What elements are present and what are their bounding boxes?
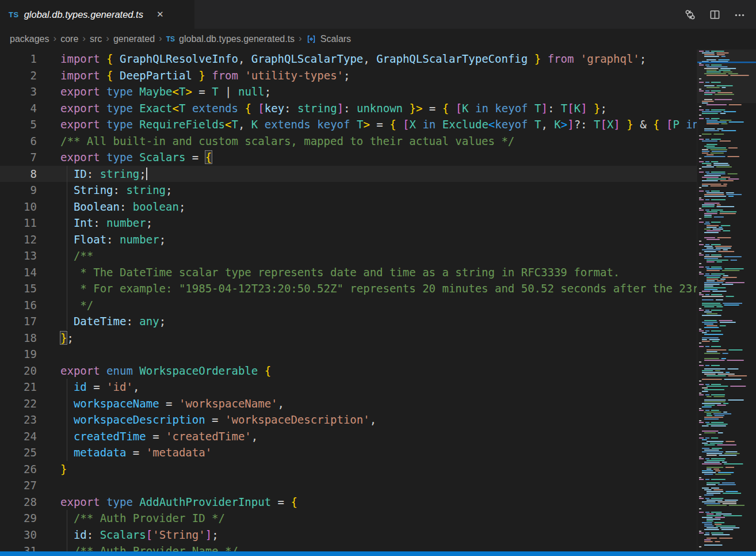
breadcrumb-item-packages[interactable]: packages bbox=[10, 34, 49, 44]
code-line[interactable]: 7export type Scalars = { bbox=[0, 149, 697, 166]
line-number[interactable]: 27 bbox=[0, 477, 37, 494]
line-number[interactable]: 30 bbox=[0, 527, 37, 543]
status-bar-edge bbox=[0, 551, 756, 556]
code-line[interactable]: 30 id: Scalars['String']; bbox=[0, 527, 697, 543]
line-number[interactable]: 13 bbox=[0, 247, 37, 264]
line-number[interactable]: 3 bbox=[0, 83, 37, 100]
code-line[interactable]: 15 * For example: "1985-04-12T23:20:50.5… bbox=[0, 280, 697, 297]
line-number[interactable]: 29 bbox=[0, 510, 37, 527]
chevron-right-icon: › bbox=[54, 33, 57, 44]
code-line[interactable]: 19 bbox=[0, 346, 697, 363]
close-icon[interactable]: ✕ bbox=[154, 8, 166, 21]
code-text: } bbox=[37, 461, 697, 478]
code-line[interactable]: 11 Int: number; bbox=[0, 215, 697, 231]
line-number[interactable]: 6 bbox=[0, 133, 37, 150]
line-number[interactable]: 23 bbox=[0, 412, 37, 428]
code-line[interactable]: 17 DateTime: any; bbox=[0, 313, 697, 330]
code-line[interactable]: 28export type AddAuthProviderInput = { bbox=[0, 494, 697, 511]
code-line[interactable]: 9 String: string; bbox=[0, 182, 697, 199]
line-number[interactable]: 8 bbox=[0, 166, 37, 182]
line-number[interactable]: 15 bbox=[0, 280, 37, 297]
breadcrumb-item-src[interactable]: src bbox=[90, 34, 102, 44]
code-line[interactable]: 4export type Exact<T extends { [key: str… bbox=[0, 100, 697, 117]
line-number[interactable]: 14 bbox=[0, 264, 37, 281]
line-number[interactable]: 19 bbox=[0, 346, 37, 363]
line-number[interactable]: 16 bbox=[0, 297, 37, 314]
vscode-editor-window: TS global.db.types.generated.ts ✕ bbox=[0, 0, 756, 556]
code-line[interactable]: 22 workspaceName = 'workspaceName', bbox=[0, 395, 697, 412]
code-line[interactable]: 1import { GraphQLResolveInfo, GraphQLSca… bbox=[0, 51, 697, 67]
code-line[interactable]: 16 */ bbox=[0, 297, 697, 314]
line-number[interactable]: 5 bbox=[0, 116, 37, 133]
open-changes-button[interactable] bbox=[683, 7, 697, 22]
code-text bbox=[37, 346, 697, 363]
line-number[interactable]: 28 bbox=[0, 494, 37, 511]
code-text: export type AddAuthProviderInput = { bbox=[37, 494, 697, 511]
line-number[interactable]: 12 bbox=[0, 231, 37, 248]
code-line[interactable]: 26} bbox=[0, 461, 697, 478]
line-number[interactable]: 17 bbox=[0, 313, 37, 330]
line-number[interactable]: 21 bbox=[0, 379, 37, 395]
text-cursor bbox=[146, 167, 147, 180]
line-number[interactable]: 24 bbox=[0, 428, 37, 445]
code-text: Float: number; bbox=[37, 231, 697, 248]
chevron-right-icon: › bbox=[299, 33, 302, 44]
symbol-type-icon bbox=[306, 34, 316, 44]
line-number[interactable]: 1 bbox=[0, 51, 37, 67]
code-line[interactable]: 24 createdTime = 'createdTime', bbox=[0, 428, 697, 445]
ellipsis-icon bbox=[734, 9, 746, 21]
code-area[interactable]: 1import { GraphQLResolveInfo, GraphQLSca… bbox=[0, 49, 697, 551]
line-number[interactable]: 10 bbox=[0, 199, 37, 215]
line-number[interactable]: 2 bbox=[0, 67, 37, 84]
code-line[interactable]: 20export enum WorkspaceOrderable { bbox=[0, 363, 697, 379]
code-text: /** Auth Provider Name */ bbox=[37, 543, 697, 551]
typescript-file-icon: TS bbox=[166, 35, 175, 43]
line-number[interactable]: 4 bbox=[0, 100, 37, 117]
line-number[interactable]: 31 bbox=[0, 543, 37, 551]
breadcrumb-item-file[interactable]: TS global.db.types.generated.ts bbox=[166, 34, 295, 44]
code-line[interactable]: 14 * The DateTime scalar type represents… bbox=[0, 264, 697, 281]
code-text: */ bbox=[37, 297, 697, 314]
code-line[interactable]: 13 /** bbox=[0, 247, 697, 264]
breadcrumb-file-name: global.db.types.generated.ts bbox=[179, 34, 295, 44]
code-text: String: string; bbox=[37, 182, 697, 199]
line-number[interactable]: 20 bbox=[0, 363, 37, 379]
line-number[interactable]: 7 bbox=[0, 149, 37, 166]
code-line[interactable]: 2import { DeepPartial } from 'utility-ty… bbox=[0, 67, 697, 84]
minimap[interactable] bbox=[697, 49, 756, 551]
code-line[interactable]: 21 id = 'id', bbox=[0, 379, 697, 395]
code-line[interactable]: 12 Float: number; bbox=[0, 231, 697, 248]
code-line[interactable]: 25 metadata = 'metadata' bbox=[0, 444, 697, 461]
line-number[interactable]: 26 bbox=[0, 461, 37, 478]
code-text: metadata = 'metadata' bbox=[37, 444, 697, 461]
line-number[interactable]: 22 bbox=[0, 395, 37, 412]
code-text: * For example: "1985-04-12T23:20:50.52Z"… bbox=[37, 280, 697, 297]
code-line[interactable]: 3export type Maybe<T> = T | null; bbox=[0, 83, 697, 100]
breadcrumb-item-generated[interactable]: generated bbox=[113, 34, 155, 44]
breadcrumb-item-symbol[interactable]: Scalars bbox=[306, 34, 351, 44]
code-line[interactable]: 5export type RequireFields<T, K extends … bbox=[0, 116, 697, 133]
split-editor-button[interactable] bbox=[708, 7, 722, 22]
line-number[interactable]: 11 bbox=[0, 215, 37, 231]
code-text: export enum WorkspaceOrderable { bbox=[37, 363, 697, 379]
chevron-right-icon: › bbox=[159, 33, 162, 44]
line-number[interactable]: 25 bbox=[0, 444, 37, 461]
code-text: ID: string; bbox=[37, 166, 697, 182]
line-number[interactable]: 18 bbox=[0, 330, 37, 346]
more-actions-button[interactable] bbox=[732, 7, 747, 22]
chevron-right-icon: › bbox=[82, 33, 86, 44]
code-line[interactable]: 18}; bbox=[0, 330, 697, 346]
code-line[interactable]: 31 /** Auth Provider Name */ bbox=[0, 543, 697, 551]
code-text: Boolean: boolean; bbox=[37, 199, 697, 215]
open-changes-icon bbox=[684, 9, 696, 21]
breadcrumb-item-core[interactable]: core bbox=[60, 34, 78, 44]
tab-active-file[interactable]: TS global.db.types.generated.ts ✕ bbox=[0, 0, 194, 29]
code-line[interactable]: 6/** All built-in and custom scalars, ma… bbox=[0, 133, 697, 150]
code-line[interactable]: 10 Boolean: boolean; bbox=[0, 199, 697, 215]
code-line[interactable]: 27 bbox=[0, 477, 697, 494]
code-line[interactable]: 8 ID: string; bbox=[0, 166, 697, 182]
split-editor-icon bbox=[709, 9, 721, 21]
code-line[interactable]: 23 workspaceDescription = 'workspaceDesc… bbox=[0, 412, 697, 428]
code-line[interactable]: 29 /** Auth Provider ID */ bbox=[0, 510, 697, 527]
line-number[interactable]: 9 bbox=[0, 182, 37, 199]
